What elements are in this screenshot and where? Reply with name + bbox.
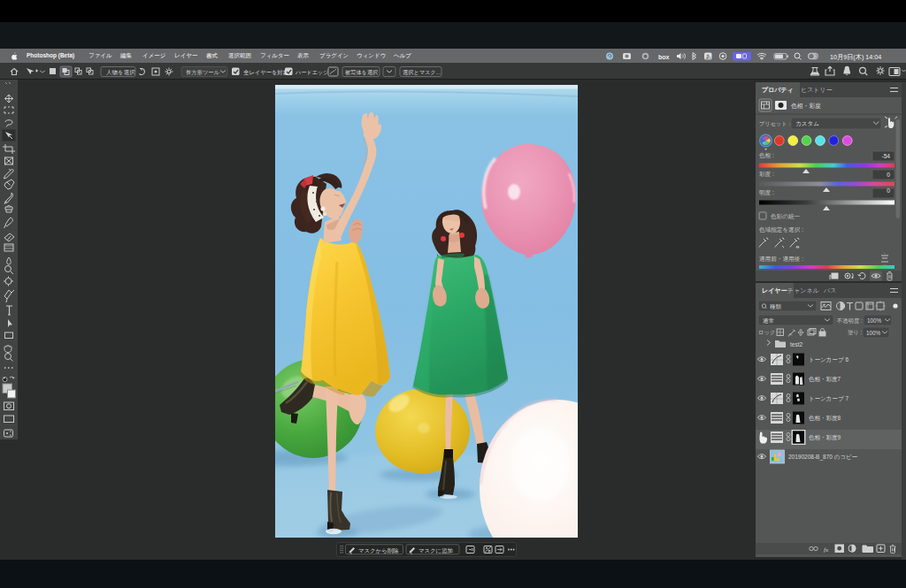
svg-text:100%: 100% — [866, 330, 881, 336]
svg-text:色彩の統一: 色彩の統一 — [771, 213, 801, 220]
svg-text:種類: 種類 — [770, 303, 782, 310]
svg-text:色相・彩度9: 色相・彩度9 — [809, 434, 841, 441]
svg-text:明度 :: 明度 : — [759, 189, 774, 196]
svg-text:マスクに追加: マスクに追加 — [418, 547, 453, 554]
svg-text:トーンカーブ 7: トーンカーブ 7 — [809, 395, 848, 401]
svg-text:ロック :: ロック : — [758, 329, 779, 335]
svg-text:通常: 通常 — [763, 317, 774, 324]
svg-text:100%: 100% — [867, 317, 882, 324]
svg-text:20190208-B_870 のコピー: 20190208-B_870 のコピー — [788, 454, 857, 461]
svg-text:test2: test2 — [790, 341, 802, 347]
svg-text:色相 :: 色相 : — [759, 152, 774, 159]
svg-text:色相・彩度7: 色相・彩度7 — [809, 376, 841, 383]
svg-text:ハードエッジ: ハードエッジ — [295, 69, 328, 75]
svg-text:適用前・適用後 :: 適用前・適用後 : — [759, 256, 803, 263]
svg-text:トーンカーブ 6: トーンカーブ 6 — [809, 356, 848, 363]
svg-text:0: 0 — [887, 187, 890, 194]
svg-text:全レイヤーを対象: 全レイヤーを対象 — [243, 69, 288, 75]
svg-text:彩度 :: 彩度 : — [759, 171, 774, 178]
svg-text:人物を選択: 人物を選択 — [106, 69, 135, 76]
svg-text:選択とマスク...: 選択とマスク... — [403, 69, 441, 75]
svg-text:色相・彩度8: 色相・彩度8 — [809, 415, 841, 422]
svg-text:不透明度 :: 不透明度 : — [836, 317, 863, 325]
svg-text:fx: fx — [824, 546, 829, 554]
svg-text:カスタム: カスタム — [795, 120, 819, 127]
svg-text:0: 0 — [887, 172, 890, 178]
svg-text:塗り :: 塗り : — [848, 329, 862, 336]
svg-text:10月9日(木) 14:04: 10月9日(木) 14:04 — [830, 53, 881, 61]
svg-text:色域指定を選択 :: 色域指定を選択 : — [759, 226, 803, 233]
svg-text:長方形ツール: 長方形ツール — [186, 69, 220, 76]
svg-text:色相・彩度: 色相・彩度 — [791, 103, 821, 110]
svg-text:あ: あ — [706, 54, 711, 60]
svg-text:box: box — [658, 54, 670, 60]
svg-text:被写体を選択: 被写体を選択 — [345, 69, 378, 75]
svg-text:プリセット :: プリセット : — [759, 120, 790, 127]
svg-text:マスクから削除: マスクから削除 — [358, 547, 399, 554]
svg-text:-54: -54 — [881, 153, 890, 159]
